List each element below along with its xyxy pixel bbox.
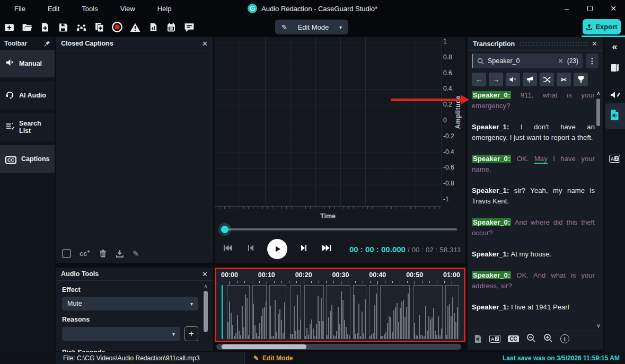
close-icon[interactable]: ✕ [202,40,208,48]
last-save-text: Last save was on 3/5/2026 11:59:15 AM [503,354,625,362]
y-tick-label: -0.8 [443,180,457,187]
scroll-up-icon[interactable]: ∧ [203,283,209,289]
pick-seconds-label: Pick Seconds [62,349,105,352]
waveform-timeline[interactable]: 00:0000:1000:2000:3000:4000:5001:00 [215,268,465,342]
next-match-button[interactable]: → [489,73,503,86]
menu-tools[interactable]: Tools [71,5,109,13]
audio-tools-scrollbar[interactable]: ∧ [203,283,209,348]
seek-thumb[interactable] [221,226,228,233]
open-folder-icon[interactable] [18,19,36,35]
panels-icon[interactable] [604,63,625,73]
scroll-up-icon[interactable]: ∧ [595,90,602,96]
speaker-label: Speaker_0: [472,91,511,99]
sidebar-item-search-list[interactable]: Search List [0,113,55,141]
prev-match-button[interactable]: ← [472,73,486,86]
scroll-down-icon[interactable]: ∨ [595,323,602,329]
tone-button[interactable] [523,73,537,86]
transcript-text: OK. [517,155,534,163]
export-button[interactable]: Export [583,19,621,34]
seek-slider[interactable] [222,228,457,230]
select-all-checkbox[interactable] [62,249,71,258]
maximize-button[interactable] [578,0,602,17]
transcript-entry[interactable]: Speaker_1: I don't have an emergency. I … [472,122,595,143]
edit-caption-icon[interactable]: ✎ [133,249,139,259]
toolbar-sidebar: Toolbar ManualAI AudioSearch ListCCCapti… [0,37,55,352]
next-frame-button[interactable] [300,243,309,255]
comment-icon[interactable] [180,19,198,35]
mode-dropdown[interactable]: ✎ Edit Mode ▾ [275,20,348,34]
drag-handle[interactable] [519,41,587,47]
transcript-scrollbar[interactable]: ∧ ∨ [595,90,602,329]
closed-captions-panel: Closed Captions ✕ cc+ ✎ [56,37,213,263]
translate-rail-icon[interactable]: AZ [604,155,625,163]
zoom-out-icon[interactable] [526,333,536,345]
sidebar-item-ai-audio[interactable]: AI Audio [0,82,55,109]
paste-icon[interactable] [90,19,108,35]
team-icon[interactable] [72,19,90,35]
mute-selection-button[interactable] [506,73,520,86]
transcript-entry[interactable]: Speaker_0: 911, what is your emergency? [472,90,595,111]
transcript-entry[interactable]: Speaker_1: I live at 1941 Pearl [472,302,595,313]
cut-button[interactable]: ✂ [557,73,571,86]
transcript-entry[interactable]: Speaker_0: OK. And what is your address,… [472,270,595,291]
effect-select[interactable]: Mute ▾ [62,297,198,310]
amplitude-plot[interactable] [215,37,441,207]
transcript-entry[interactable]: Speaker_1: sir? Yeah, my name is Travis … [472,185,595,207]
save-icon[interactable] [54,19,72,35]
transcript-entry[interactable]: Speaker_0: OK. May I have your name, [472,154,595,175]
cc-toggle-icon[interactable]: CC [508,335,518,342]
prev-frame-button[interactable] [246,243,254,255]
report-icon[interactable] [144,19,162,35]
transcript-list[interactable]: Speaker_0: 911, what is your emergency?S… [472,90,595,329]
y-tick-label: -0.2 [443,132,457,140]
maximize-icon [587,6,593,11]
transcript-entry[interactable]: Speaker_1: At my house. [472,249,595,260]
search-input-box[interactable]: ✕ (23) [472,54,583,68]
skip-end-button[interactable] [321,243,332,255]
menu-view[interactable]: View [109,5,146,13]
menu-help[interactable]: Help [146,5,183,13]
clear-search-icon[interactable]: ✕ [558,57,564,65]
audio-edit-icon[interactable] [604,90,625,100]
close-button[interactable]: ✕ [602,0,625,17]
highlight-button[interactable] [574,73,588,86]
audio-file-icon[interactable] [474,334,482,343]
translate-icon[interactable]: AZ [489,335,500,343]
add-caption-icon[interactable]: cc+ [80,249,90,258]
menu-file[interactable]: File [3,5,37,13]
menu-edit[interactable]: Edit [37,5,71,13]
shuffle-button[interactable] [540,73,554,86]
amplitude-chart-panel: 10.80.60.40.20-0.2-0.4-0.6-0.8-1 Amplitu… [215,37,465,263]
close-icon[interactable]: ✕ [202,270,208,278]
warning-icon[interactable] [126,19,144,35]
new-project-icon[interactable] [0,19,18,35]
new-file-icon[interactable] [36,19,54,35]
close-icon[interactable]: ✕ [592,40,597,48]
right-rail: « AZ [604,37,625,352]
minimize-button[interactable]: – [555,0,578,17]
trash-icon[interactable] [99,249,107,258]
record-icon[interactable] [108,19,126,35]
reasons-select[interactable]: ▾ [62,327,180,341]
sidebar-item-manual[interactable]: Manual [0,50,55,77]
transcript-text: May [534,155,548,164]
collapse-panel-button[interactable]: « [604,41,625,52]
zoom-in-icon[interactable] [543,333,553,345]
play-button[interactable] [267,239,287,259]
info-icon[interactable]: i [560,334,569,343]
transcription-tool-icon[interactable] [604,109,625,121]
waveform-scrollbar[interactable] [216,344,461,350]
waveform-time-label: 00:20 [295,271,312,279]
download-icon[interactable] [116,250,124,258]
sidebar-item-captions[interactable]: CCCaptions [0,145,55,173]
add-reason-button[interactable]: + [184,326,198,341]
search-input[interactable] [488,57,535,65]
search-menu-button[interactable]: ⋮ [586,54,598,68]
skip-start-button[interactable] [222,243,233,255]
transcript-entry[interactable]: Speaker_0: And where did this theft occu… [472,217,595,238]
speaker-label: Speaker_1: [472,250,509,258]
pin-icon[interactable] [43,40,50,47]
pencil-icon: ✎ [281,23,287,31]
calendar-icon[interactable] [162,19,180,35]
waveform-scroll-thumb[interactable] [222,344,306,349]
